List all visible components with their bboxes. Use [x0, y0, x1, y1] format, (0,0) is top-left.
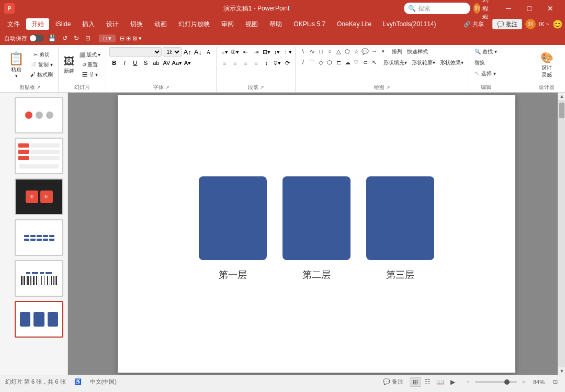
zoom-slider[interactable] — [475, 381, 517, 383]
menu-item-transition[interactable]: 切换 — [125, 18, 148, 30]
menu-item-okplus[interactable]: OKPlus 5.7 — [288, 18, 331, 30]
zoom-level[interactable]: 84% — [531, 378, 547, 386]
save-button[interactable]: 💾 — [46, 33, 58, 43]
shape-cloud[interactable]: ☁ — [343, 58, 352, 66]
strikethrough-button[interactable]: S — [141, 58, 150, 68]
shape-fill-button[interactable]: 形状填充▾ — [381, 58, 409, 68]
design-tool-button[interactable]: 🎨 设计 灵感 — [534, 50, 560, 80]
copy-button[interactable]: 📄 复制 ▾ — [28, 60, 55, 70]
slide-5-thumbnail[interactable] — [15, 260, 63, 297]
shape-callout[interactable]: 💬 — [361, 47, 369, 55]
menu-item-file[interactable]: 文件 — [2, 18, 25, 30]
menu-item-islide[interactable]: iSlide — [50, 18, 76, 30]
shape-heart[interactable]: ♡ — [352, 58, 360, 66]
convert-smartart-button[interactable]: ⟳ — [282, 58, 292, 68]
card-1[interactable] — [199, 176, 267, 260]
column-button[interactable]: ⊟▾ — [262, 47, 271, 57]
indent-decrease-button[interactable]: ⇤ — [241, 47, 250, 57]
fit-window-button[interactable]: ⊡ — [551, 378, 560, 386]
section-button[interactable]: ☰ 节 ▾ — [77, 70, 103, 80]
scroll-track[interactable] — [558, 100, 565, 367]
line-spacing-button[interactable]: ↕ — [262, 58, 271, 68]
close-button[interactable]: ✕ — [540, 3, 561, 14]
menu-item-lvyh[interactable]: LvyhTools(201114) — [378, 18, 441, 30]
paste-dropdown[interactable]: ▾ — [15, 73, 18, 79]
menu-item-help[interactable]: 帮助 — [264, 18, 287, 30]
menu-item-home[interactable]: 开始 — [26, 18, 49, 30]
select-button[interactable]: ↖ 选择 ▾ — [472, 69, 498, 79]
outline-view-button[interactable]: ☷ — [422, 377, 434, 387]
para-spacing-button[interactable]: ⇕▾ — [272, 58, 281, 68]
cut-button[interactable]: ✂ 剪切 — [28, 50, 55, 60]
scroll-up-button[interactable]: ▲ — [558, 93, 565, 100]
menu-item-animation[interactable]: 动画 — [149, 18, 172, 30]
layout-button[interactable]: ▦ 版式 ▾ — [77, 50, 103, 60]
align-center-button[interactable]: ≡ — [230, 58, 240, 68]
slide-format-control[interactable]: □ ▾ — [99, 35, 116, 42]
shape-pentagon[interactable]: ⬠ — [343, 47, 352, 55]
align-right-button[interactable]: ≡ — [241, 58, 250, 68]
menu-item-review[interactable]: 审阅 — [216, 18, 239, 30]
scroll-down-button[interactable]: ▼ — [558, 367, 565, 375]
align-justify-button[interactable]: ≡ — [251, 58, 261, 68]
slideshow-view-button[interactable]: ▶ — [447, 377, 459, 387]
redo-button[interactable]: ↻ — [72, 33, 81, 43]
right-scrollbar[interactable]: ▲ ▼ — [558, 93, 565, 375]
language-label[interactable]: 中文(中国) — [90, 378, 117, 386]
shape-diamond[interactable]: ◇ — [317, 58, 325, 66]
shadow-button[interactable]: ab — [151, 58, 161, 68]
number-list-button[interactable]: ①▾ — [230, 47, 240, 57]
autosave-toggle[interactable] — [29, 35, 44, 42]
new-slide-button[interactable]: 🖼 新建 — [62, 50, 76, 80]
window-controls[interactable]: ─ □ ✕ — [498, 3, 561, 14]
shape-arc[interactable]: ⌒ — [308, 58, 316, 66]
slide-6-thumbnail[interactable] — [15, 301, 63, 338]
font-name-select[interactable] — [109, 47, 162, 57]
scroll-thumb[interactable] — [559, 103, 564, 118]
shape-hexagon[interactable]: ⬡ — [325, 58, 334, 66]
bullet-list-button[interactable]: ≡▾ — [220, 47, 229, 57]
shape-triangle[interactable]: △ — [334, 47, 343, 55]
indent-increase-button[interactable]: ⇥ — [251, 47, 261, 57]
font-size-increase[interactable]: A↑ — [183, 47, 192, 57]
comment-button[interactable]: 💬 批注 — [492, 19, 522, 29]
font-size-decrease[interactable]: A↓ — [193, 47, 202, 57]
shape-select[interactable]: ↖ — [370, 58, 378, 66]
undo-button[interactable]: ↺ — [60, 33, 70, 43]
shape-rect[interactable]: □ — [317, 47, 325, 55]
shape-star[interactable]: ☆ — [352, 47, 360, 55]
smart-art-button[interactable]: ⋮▾ — [282, 47, 292, 57]
underline-button[interactable]: U — [130, 58, 140, 68]
qa-extra-button[interactable]: ⊡ — [83, 33, 93, 43]
menu-item-onekey[interactable]: OneKey Lite — [332, 18, 377, 30]
paste-button[interactable]: 📋 粘贴 ▾ — [5, 51, 27, 80]
text-direction-button[interactable]: ↕▾ — [272, 47, 281, 57]
arrange-button[interactable]: 排列 — [390, 47, 404, 57]
shape-curve[interactable]: ∿ — [308, 47, 316, 55]
shape-ribbon[interactable]: ⊂ — [361, 58, 369, 66]
reading-view-button[interactable]: 📖 — [435, 377, 446, 387]
slide-4-thumbnail[interactable] — [15, 219, 63, 256]
comment-panel-button[interactable]: 💬 备注 — [381, 377, 405, 386]
shape-effect-button[interactable]: 形状效果▾ — [438, 58, 466, 68]
shape-line2[interactable]: / — [299, 58, 307, 66]
font-size-select[interactable]: 18 — [163, 47, 182, 57]
zoom-out-button[interactable]: － — [463, 377, 473, 386]
menu-item-slideshow[interactable]: 幻灯片放映 — [173, 18, 215, 30]
menu-item-view[interactable]: 视图 — [240, 18, 263, 30]
zoom-in-button[interactable]: ＋ — [519, 377, 529, 386]
maximize-button[interactable]: □ — [519, 3, 540, 14]
qa-arrange-group[interactable]: ⊟ ⊞ ⊠ ▾ — [118, 34, 144, 43]
menu-item-insert[interactable]: 插入 — [77, 18, 100, 30]
normal-view-button[interactable]: ⊞ — [410, 377, 421, 387]
replace-button[interactable]: 替换 — [472, 58, 487, 68]
minimize-button[interactable]: ─ — [498, 3, 519, 14]
reset-button[interactable]: ↺ 重置 — [77, 60, 103, 70]
shape-more[interactable]: ▾ — [379, 47, 387, 55]
card-3[interactable] — [366, 176, 434, 260]
shape-line[interactable]: \ — [299, 47, 307, 55]
font-color-button[interactable]: A▾ — [183, 58, 192, 68]
slide-canvas[interactable]: 第一层 第二层 第三层 — [118, 95, 515, 373]
menu-item-design[interactable]: 设计 — [101, 18, 124, 30]
italic-button[interactable]: I — [120, 58, 129, 68]
